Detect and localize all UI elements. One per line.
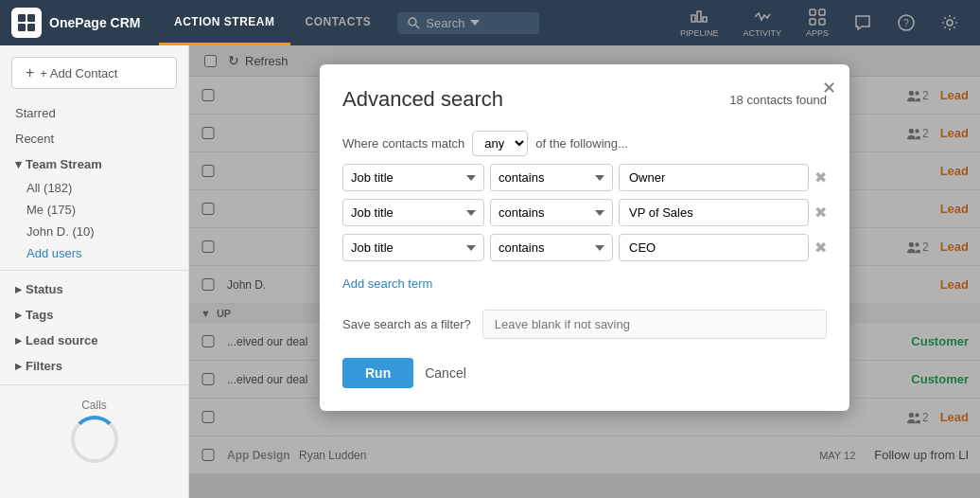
save-filter-label: Save search as a filter? bbox=[342, 317, 471, 331]
add-search-term-button[interactable]: Add search term bbox=[342, 276, 432, 291]
sidebar-divider-1 bbox=[0, 270, 188, 271]
filter-remove-3[interactable]: ✖ bbox=[814, 240, 827, 256]
svg-rect-9 bbox=[819, 19, 825, 25]
nav-tab-action-stream[interactable]: ACTION STREAM bbox=[159, 0, 290, 45]
filter-row-3: Job title Company First name Last name E… bbox=[342, 234, 827, 261]
sidebar: + + Add Contact Starred Recent ▾ Team St… bbox=[0, 45, 189, 498]
sidebar-item-recent[interactable]: Recent bbox=[0, 126, 188, 151]
modal-close-button[interactable]: ✕ bbox=[822, 78, 836, 98]
nav-help[interactable]: ? bbox=[887, 9, 925, 36]
match-label: Where contacts match bbox=[342, 136, 464, 151]
following-label: of the following... bbox=[535, 136, 628, 151]
filter-remove-2[interactable]: ✖ bbox=[814, 205, 827, 221]
calls-section: Calls bbox=[0, 391, 188, 474]
main-layout: + + Add Contact Starred Recent ▾ Team St… bbox=[0, 45, 980, 498]
search-bar[interactable]: Search bbox=[397, 12, 539, 34]
sidebar-item-all[interactable]: All (182) bbox=[0, 177, 188, 199]
svg-text:?: ? bbox=[903, 18, 909, 28]
filter-field-3[interactable]: Job title Company First name Last name E… bbox=[342, 234, 484, 261]
logo-text: OnePage CRM bbox=[49, 15, 140, 30]
nav-apps[interactable]: APPS bbox=[796, 4, 838, 42]
save-filter-row: Save search as a filter? bbox=[342, 310, 827, 339]
contacts-found: 18 contacts found bbox=[729, 93, 827, 107]
filter-operator-3[interactable]: contains does not contain is is not bbox=[490, 234, 613, 261]
calls-chart bbox=[71, 416, 118, 463]
svg-rect-7 bbox=[819, 9, 825, 15]
search-icon bbox=[407, 16, 420, 29]
modal-title: Advanced search bbox=[342, 87, 503, 112]
sidebar-divider-2 bbox=[0, 384, 188, 385]
svg-rect-0 bbox=[18, 14, 26, 22]
nav-chat[interactable] bbox=[844, 9, 882, 36]
filter-field-1[interactable]: Job title Company First name Last name E… bbox=[342, 164, 484, 191]
sidebar-tags[interactable]: ▸ Tags bbox=[0, 302, 188, 328]
sidebar-item-starred[interactable]: Starred bbox=[0, 100, 188, 126]
save-filter-input[interactable] bbox=[482, 310, 827, 339]
run-button[interactable]: Run bbox=[342, 358, 413, 388]
filter-field-2[interactable]: Job title Company First name Last name E… bbox=[342, 199, 484, 226]
filter-value-3[interactable] bbox=[619, 234, 809, 261]
filter-value-2[interactable] bbox=[619, 199, 809, 226]
nav-icons: PIPELINE ACTIVITY APPS ? bbox=[671, 4, 969, 42]
add-contact-button[interactable]: + + Add Contact bbox=[11, 57, 177, 89]
modal-overlay: ✕ Advanced search 18 contacts found Wher… bbox=[189, 45, 980, 498]
advanced-search-modal: ✕ Advanced search 18 contacts found Wher… bbox=[320, 64, 849, 411]
filter-row-2: Job title Company First name Last name E… bbox=[342, 199, 827, 226]
svg-point-12 bbox=[947, 20, 953, 26]
svg-rect-8 bbox=[810, 19, 815, 25]
modal-actions: Run Cancel bbox=[342, 358, 827, 388]
nav-activity[interactable]: ACTIVITY bbox=[733, 4, 791, 42]
svg-rect-1 bbox=[27, 14, 35, 22]
sidebar-item-me[interactable]: Me (175) bbox=[0, 199, 188, 221]
match-select[interactable]: any all bbox=[472, 131, 528, 156]
logo-icon bbox=[11, 8, 42, 38]
svg-rect-6 bbox=[810, 9, 815, 15]
nav-settings[interactable] bbox=[931, 9, 969, 36]
modal-header: Advanced search 18 contacts found bbox=[342, 87, 827, 112]
top-nav: OnePage CRM ACTION STREAM CONTACTS Searc… bbox=[0, 0, 980, 45]
sidebar-add-users[interactable]: Add users bbox=[0, 242, 188, 264]
match-row: Where contacts match any all of the foll… bbox=[342, 131, 827, 156]
logo[interactable]: OnePage CRM bbox=[11, 8, 144, 38]
filter-remove-1[interactable]: ✖ bbox=[814, 170, 827, 186]
content-area: ↻ Refresh 2 Lead 2 bbox=[189, 45, 980, 498]
svg-rect-3 bbox=[27, 24, 35, 31]
search-dropdown-icon bbox=[470, 20, 480, 26]
filter-rows: Job title Company First name Last name E… bbox=[342, 164, 827, 261]
filter-value-1[interactable] bbox=[619, 164, 809, 191]
nav-tab-contacts[interactable]: CONTACTS bbox=[290, 0, 387, 45]
nav-pipeline[interactable]: PIPELINE bbox=[671, 4, 728, 42]
filter-row-1: Job title Company First name Last name E… bbox=[342, 164, 827, 191]
svg-line-5 bbox=[416, 26, 420, 29]
filter-operator-2[interactable]: contains does not contain is is not bbox=[490, 199, 613, 226]
sidebar-lead-source[interactable]: ▸ Lead source bbox=[0, 328, 188, 353]
sidebar-team-stream[interactable]: ▾ Team Stream bbox=[0, 151, 188, 177]
svg-rect-2 bbox=[18, 24, 26, 31]
svg-point-4 bbox=[409, 18, 416, 26]
sidebar-item-john[interactable]: John D. (10) bbox=[0, 221, 188, 242]
sidebar-filters[interactable]: ▸ Filters bbox=[0, 353, 188, 379]
sidebar-status[interactable]: ▸ Status bbox=[0, 276, 188, 302]
cancel-button[interactable]: Cancel bbox=[425, 365, 466, 381]
plus-icon: + bbox=[26, 64, 34, 81]
filter-operator-1[interactable]: contains does not contain is is not bbox=[490, 164, 613, 191]
